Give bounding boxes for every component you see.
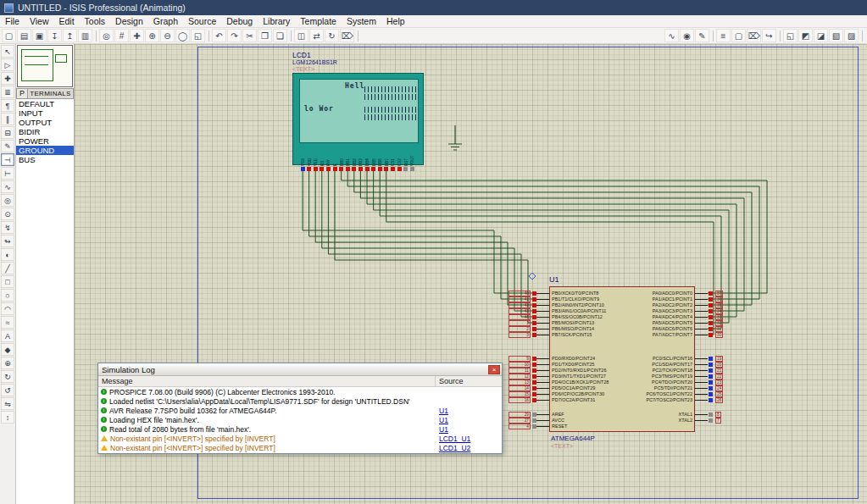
- pick-parts-icon[interactable]: ◩: [798, 29, 813, 42]
- block-rotate-icon[interactable]: ↻: [325, 29, 339, 42]
- rotate-clockwise-button[interactable]: ↻: [1, 370, 14, 383]
- 2d-line-mode[interactable]: ╱: [1, 262, 14, 274]
- export-section-icon[interactable]: ↥: [63, 29, 77, 42]
- 2d-box-mode[interactable]: □: [1, 275, 14, 288]
- 2d-symbol-mode[interactable]: ◆: [1, 343, 14, 356]
- terminal-item-power[interactable]: POWER: [16, 136, 74, 146]
- y-mirror-button[interactable]: ↕: [1, 411, 14, 424]
- redo-icon[interactable]: ↷: [227, 29, 242, 42]
- dialog-title-bar[interactable]: Simulation Log ×: [98, 363, 502, 376]
- new-sheet-icon[interactable]: ▢: [731, 29, 746, 42]
- menu-help[interactable]: Help: [381, 15, 410, 27]
- zoom-area-icon[interactable]: ◱: [191, 29, 205, 42]
- component-mode[interactable]: ▷: [1, 58, 14, 71]
- virtual-instruments-mode[interactable]: ◐: [1, 248, 14, 261]
- pin-name: PA7/ADC7/PCINT7: [613, 332, 692, 338]
- pin-state-indicator: [709, 315, 713, 319]
- terminal-item-bidir[interactable]: BIDIR: [16, 127, 74, 136]
- pick-terminals-button[interactable]: P: [16, 88, 28, 99]
- 2d-path-mode[interactable]: ≈: [1, 316, 14, 329]
- block-move-icon[interactable]: ⇄: [309, 29, 324, 42]
- menu-source[interactable]: Source: [183, 15, 221, 27]
- print-icon[interactable]: ▥: [78, 29, 92, 42]
- decompose-icon[interactable]: ▨: [844, 29, 859, 42]
- 2d-text-mode[interactable]: A: [1, 330, 14, 342]
- rotate-anticlockwise-button[interactable]: ↺: [1, 384, 14, 396]
- menu-file[interactable]: File: [0, 15, 25, 27]
- pin-number: 33: [715, 314, 723, 320]
- remove-sheet-icon[interactable]: ⌦: [747, 29, 761, 42]
- menu-library[interactable]: Library: [258, 15, 295, 27]
- 2d-circle-mode[interactable]: ○: [1, 289, 14, 302]
- toggle-grid-icon[interactable]: #: [114, 29, 129, 42]
- import-section-icon[interactable]: ↧: [47, 29, 62, 42]
- 2d-marker-mode[interactable]: ⊕: [1, 357, 14, 369]
- redraw-icon[interactable]: ◎: [99, 29, 114, 42]
- mcu-pin: [536, 293, 549, 294]
- zoom-in-icon[interactable]: ⊕: [145, 29, 159, 42]
- tape-recorder-mode[interactable]: ◎: [1, 194, 14, 207]
- 2d-arc-mode[interactable]: ◠: [1, 302, 14, 315]
- pin-name: PB7/SCK/PCINT15: [552, 332, 592, 338]
- menu-view[interactable]: View: [25, 15, 54, 27]
- generator-mode[interactable]: ⊙: [1, 208, 14, 220]
- search-tag-icon[interactable]: ◉: [680, 29, 694, 42]
- log-source-link[interactable]: U1: [439, 425, 448, 434]
- pin-state-indicator: [709, 303, 713, 307]
- info-icon: i: [101, 407, 107, 413]
- terminal-item-input[interactable]: INPUT: [16, 108, 74, 118]
- copy-icon[interactable]: ❐: [258, 29, 272, 42]
- paste-icon[interactable]: ❏: [273, 29, 287, 42]
- block-copy-icon[interactable]: ◫: [294, 29, 308, 42]
- make-device-icon[interactable]: ◪: [814, 29, 828, 42]
- packaging-tool-icon[interactable]: ▧: [829, 29, 843, 42]
- menu-tools[interactable]: Tools: [80, 15, 111, 27]
- graph-mode[interactable]: ∿: [1, 180, 14, 193]
- open-design-icon[interactable]: ▤: [17, 29, 31, 42]
- wire-autorouter-icon[interactable]: ∿: [664, 29, 679, 42]
- current-probe-mode[interactable]: ↬: [1, 235, 14, 247]
- selection-mode[interactable]: ↖: [1, 45, 14, 58]
- wire-label-mode[interactable]: ≣: [1, 86, 14, 98]
- menu-edit[interactable]: Edit: [54, 15, 80, 27]
- log-source-link[interactable]: LCD1_U1: [439, 435, 470, 443]
- block-delete-icon[interactable]: ⌦: [340, 29, 354, 42]
- menu-template[interactable]: Template: [295, 15, 342, 27]
- log-source-cell: U1: [436, 425, 502, 434]
- log-source-link[interactable]: U1: [439, 416, 448, 424]
- junction-dot-mode[interactable]: ✚: [1, 72, 14, 85]
- zoom-to-area-icon[interactable]: ◱: [783, 29, 798, 42]
- lcd-component[interactable]: LCD1 LGM12641BS1R <TEXT> Hell lo Wor VSS…: [292, 51, 432, 186]
- log-message-cell: iRead total of 2080 bytes from file 'mai…: [98, 425, 436, 434]
- terminal-item-output[interactable]: OUTPUT: [16, 118, 74, 127]
- cut-icon[interactable]: ✂: [242, 29, 257, 42]
- undo-icon[interactable]: ↶: [212, 29, 226, 42]
- terminal-item-default[interactable]: DEFAULT: [16, 99, 74, 108]
- device-pins-mode[interactable]: ⊢: [1, 167, 14, 180]
- new-design-icon[interactable]: ▢: [2, 29, 16, 42]
- log-source-link[interactable]: U1: [439, 407, 448, 415]
- zoom-out-icon[interactable]: ⊖: [160, 29, 175, 42]
- x-mirror-button[interactable]: ⇋: [1, 397, 14, 410]
- voltage-probe-mode[interactable]: ↯: [1, 221, 14, 234]
- zoom-all-icon[interactable]: ◯: [175, 29, 190, 42]
- terminals-mode[interactable]: ⊣: [1, 153, 14, 166]
- terminal-item-bus[interactable]: BUS: [16, 155, 74, 164]
- menu-system[interactable]: System: [342, 15, 381, 27]
- menu-graph[interactable]: Graph: [148, 15, 183, 27]
- design-explorer-icon[interactable]: ≡: [716, 29, 731, 42]
- goto-sheet-icon[interactable]: ↪: [762, 29, 776, 42]
- buses-mode[interactable]: ∥: [1, 113, 14, 125]
- text-script-mode[interactable]: ¶: [1, 99, 14, 112]
- save-design-icon[interactable]: ▣: [32, 29, 47, 42]
- false-origin-icon[interactable]: ✚: [130, 29, 144, 42]
- close-icon[interactable]: ×: [488, 365, 500, 374]
- instant-edit-mode[interactable]: ✎: [1, 140, 14, 152]
- menu-debug[interactable]: Debug: [221, 15, 258, 27]
- pin-name: PA4/ADC4/PCINT4: [613, 314, 692, 320]
- subcircuit-mode[interactable]: ⊟: [1, 126, 14, 139]
- log-source-link[interactable]: LCD1_U2: [439, 444, 470, 452]
- menu-design[interactable]: Design: [110, 15, 148, 27]
- terminal-item-ground[interactable]: GROUND: [16, 146, 74, 155]
- property-assignment-icon[interactable]: ✎: [695, 29, 709, 42]
